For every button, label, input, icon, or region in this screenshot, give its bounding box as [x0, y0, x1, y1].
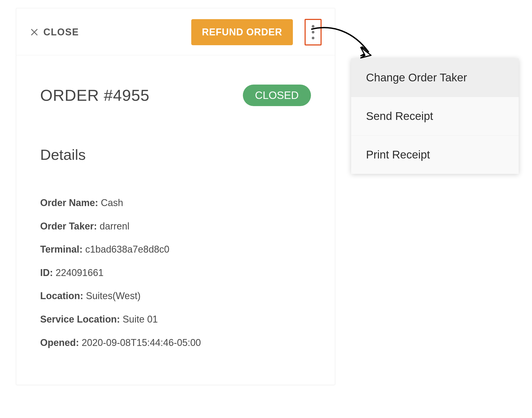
detail-value: 2020-09-08T15:44:46-05:00 — [82, 337, 201, 348]
more-actions-button[interactable] — [305, 19, 322, 45]
order-title: ORDER #4955 — [40, 86, 149, 104]
detail-value: darrenl — [99, 221, 129, 232]
detail-label: Location: — [40, 290, 83, 301]
detail-value: 224091661 — [56, 267, 103, 278]
detail-row-service-location: Service Location: Suite 01 — [40, 312, 311, 327]
menu-item-send-receipt[interactable]: Send Receipt — [351, 97, 519, 136]
close-button[interactable]: CLOSE — [30, 27, 79, 38]
detail-label: ID: — [40, 267, 53, 278]
panel-header: CLOSE REFUND ORDER — [16, 8, 335, 55]
detail-label: Service Location: — [40, 314, 120, 325]
detail-row-order-taker: Order Taker: darrenl — [40, 219, 311, 234]
detail-value: Suites(West) — [86, 290, 140, 301]
order-panel: CLOSE REFUND ORDER ORDER #4955 CLOSED De… — [16, 8, 335, 385]
detail-label: Order Taker: — [40, 221, 97, 232]
status-badge: CLOSED — [243, 85, 311, 106]
detail-value: c1bad638a7e8d8c0 — [85, 244, 169, 255]
kebab-icon — [312, 37, 314, 39]
kebab-icon — [312, 25, 314, 28]
svg-marker-2 — [361, 47, 371, 58]
more-actions-menu: Change Order Taker Send Receipt Print Re… — [351, 58, 519, 174]
menu-item-print-receipt[interactable]: Print Receipt — [351, 136, 519, 174]
kebab-icon — [312, 31, 314, 34]
close-icon — [30, 27, 39, 37]
detail-row-order-name: Order Name: Cash — [40, 195, 311, 211]
detail-row-opened: Opened: 2020-09-08T15:44:46-05:00 — [40, 335, 311, 350]
detail-value: Suite 01 — [123, 314, 158, 325]
detail-label: Order Name: — [40, 197, 98, 208]
detail-row-terminal: Terminal: c1bad638a7e8d8c0 — [40, 242, 311, 257]
close-label: CLOSE — [43, 27, 79, 38]
detail-value: Cash — [101, 197, 123, 208]
details-heading: Details — [16, 106, 335, 163]
detail-row-location: Location: Suites(West) — [40, 288, 311, 304]
detail-label: Terminal: — [40, 244, 82, 255]
details-list: Order Name: Cash Order Taker: darrenl Te… — [16, 163, 335, 350]
menu-item-change-order-taker[interactable]: Change Order Taker — [351, 58, 519, 97]
refund-order-button[interactable]: REFUND ORDER — [191, 19, 293, 45]
order-title-row: ORDER #4955 CLOSED — [16, 55, 335, 106]
detail-label: Opened: — [40, 337, 79, 348]
detail-row-id: ID: 224091661 — [40, 265, 311, 281]
